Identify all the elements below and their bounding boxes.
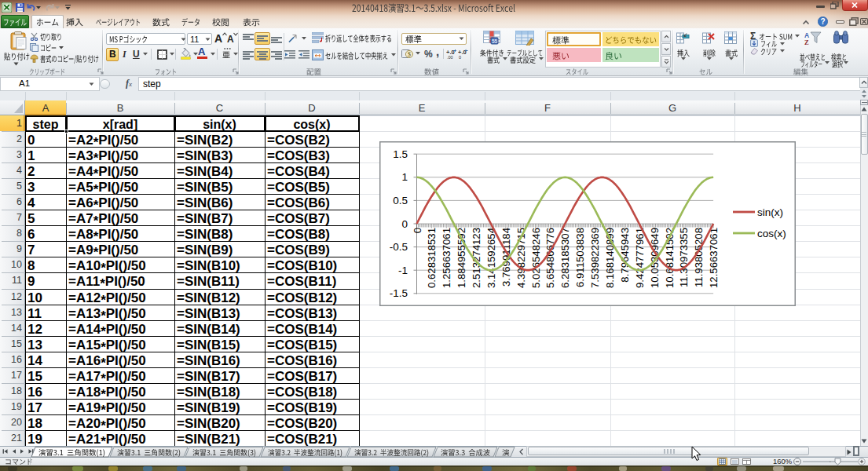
svg-text:.00: .00 [447, 55, 453, 60]
svg-text:0: 0 [401, 218, 408, 230]
svg-text:7.539822369: 7.539822369 [589, 228, 601, 288]
svg-text:-1.5: -1.5 [390, 287, 408, 299]
svg-text:9.424777961: 9.424777961 [634, 228, 646, 288]
svg-text:3.141592654: 3.141592654 [485, 228, 497, 288]
svg-text:0.5: 0.5 [393, 195, 408, 206]
svg-text:sin(x): sin(x) [757, 206, 783, 218]
svg-text:55: 55 [492, 38, 498, 44]
svg-text:Z: Z [804, 38, 809, 46]
svg-text:1.256637061: 1.256637061 [441, 228, 452, 288]
svg-text:6.911503838: 6.911503838 [574, 228, 586, 287]
svg-text:11.30973355: 11.30973355 [678, 228, 690, 287]
svg-text:?: ? [820, 17, 825, 26]
svg-text:0.628318531: 0.628318531 [426, 228, 438, 288]
svg-text:0: 0 [412, 228, 423, 233]
svg-text:12.56637061: 12.56637061 [708, 228, 720, 288]
svg-text:cos(x): cos(x) [757, 228, 786, 239]
svg-text:1: 1 [401, 171, 408, 183]
svg-text:0: 0 [459, 55, 461, 60]
svg-text:$: $ [408, 51, 411, 58]
svg-text:5.026548246: 5.026548246 [530, 228, 542, 288]
svg-text:6.283185307: 6.283185307 [559, 228, 571, 288]
svg-text:-0.5: -0.5 [390, 241, 408, 253]
svg-text:-1: -1 [398, 265, 408, 276]
svg-text:1.5: 1.5 [393, 148, 408, 160]
